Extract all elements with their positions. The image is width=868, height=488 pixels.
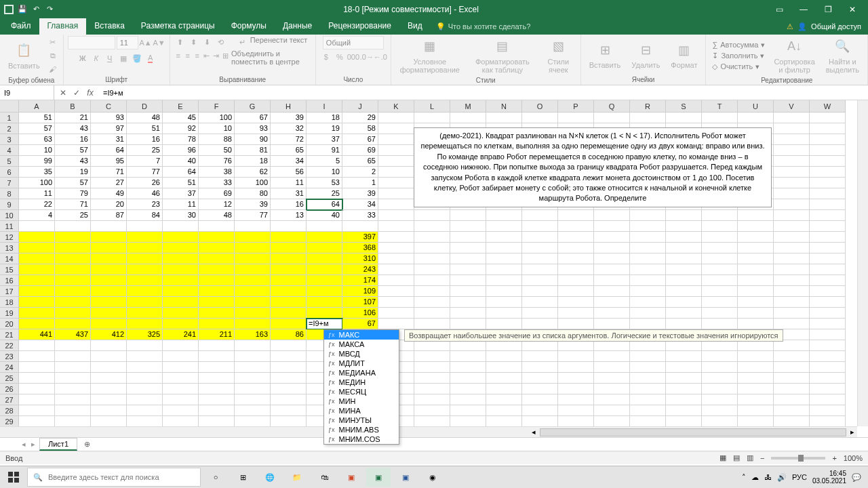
cell-N15[interactable]	[486, 264, 522, 275]
cell-C21[interactable]: 412	[91, 329, 127, 340]
col-header-E[interactable]: E	[163, 100, 199, 113]
cell-W25[interactable]	[810, 373, 846, 384]
cell-Q25[interactable]	[594, 373, 630, 384]
cell-D13[interactable]	[127, 243, 163, 253]
cell-H16[interactable]	[271, 275, 307, 286]
cell-E14[interactable]	[163, 253, 199, 264]
cell-K20[interactable]	[378, 319, 414, 329]
row-header-27[interactable]: 27	[0, 394, 19, 405]
onedrive-icon[interactable]: ☁	[751, 473, 759, 482]
formula-input[interactable]: =I9+м	[99, 89, 868, 97]
autocomplete-item[interactable]: ƒxМИНУТЫ	[324, 415, 399, 425]
cell-C11[interactable]	[91, 221, 127, 232]
cell-W22[interactable]	[810, 340, 846, 351]
cell-V23[interactable]	[774, 351, 810, 362]
cell-V13[interactable]	[774, 243, 810, 253]
cell-C9[interactable]: 20	[91, 199, 127, 210]
cell-E4[interactable]: 96	[163, 145, 199, 156]
cell-T11[interactable]	[702, 221, 738, 232]
cell-D23[interactable]	[127, 351, 163, 362]
cell-J1[interactable]: 29	[342, 113, 378, 123]
row-header-1[interactable]: 1	[0, 113, 19, 123]
cell-U16[interactable]	[738, 275, 774, 286]
cell-C28[interactable]	[91, 405, 127, 416]
cell-I18[interactable]	[307, 297, 342, 308]
cell-P22[interactable]	[558, 340, 594, 351]
autocomplete-item[interactable]: ƒxМВСД	[324, 349, 399, 359]
row-header-10[interactable]: 10	[0, 210, 19, 221]
cell-G28[interactable]	[235, 405, 271, 416]
cell-V14[interactable]	[774, 253, 810, 264]
cell-A16[interactable]	[19, 275, 55, 286]
cell-S16[interactable]	[666, 275, 702, 286]
cell-G16[interactable]	[235, 275, 271, 286]
cell-V9[interactable]	[774, 199, 810, 210]
cell-K13[interactable]	[378, 243, 414, 253]
cell-E12[interactable]	[163, 232, 199, 243]
cell-O20[interactable]	[522, 319, 558, 329]
cell-C24[interactable]	[91, 362, 127, 373]
cell-A3[interactable]: 63	[19, 134, 55, 145]
cell-C27[interactable]	[91, 394, 127, 405]
maximize-button[interactable]: ❐	[816, 3, 840, 16]
cell-G21[interactable]: 163	[235, 329, 271, 340]
cell-O1[interactable]	[522, 113, 558, 123]
cell-N16[interactable]	[486, 275, 522, 286]
cell-A4[interactable]: 10	[19, 145, 55, 156]
cell-P13[interactable]	[558, 243, 594, 253]
cell-G2[interactable]: 93	[235, 123, 271, 134]
cell-M19[interactable]	[450, 308, 486, 319]
cell-M12[interactable]	[450, 232, 486, 243]
cell-D10[interactable]: 84	[127, 210, 163, 221]
row-header-8[interactable]: 8	[0, 188, 19, 199]
cell-I5[interactable]: 5	[307, 156, 342, 167]
cell-V1[interactable]	[774, 113, 810, 123]
currency-icon[interactable]: $	[320, 51, 332, 63]
cell-W5[interactable]	[810, 156, 846, 167]
cell-D14[interactable]	[127, 253, 163, 264]
cell-U13[interactable]	[738, 243, 774, 253]
cell-K9[interactable]	[378, 199, 414, 210]
cell-T10[interactable]	[702, 210, 738, 221]
cell-H6[interactable]: 56	[271, 167, 307, 178]
format-as-table-button[interactable]: ▤Форматировать как таблицу	[467, 36, 538, 75]
cell-E23[interactable]	[163, 351, 199, 362]
cell-D1[interactable]: 48	[127, 113, 163, 123]
tab-review[interactable]: Рецензирование	[320, 18, 399, 35]
cell-W20[interactable]	[810, 319, 846, 329]
cell-T1[interactable]	[702, 113, 738, 123]
redo-icon[interactable]: ↷	[45, 5, 54, 14]
underline-icon[interactable]: Ч	[104, 52, 116, 64]
cell-R19[interactable]	[630, 308, 666, 319]
cell-L12[interactable]	[414, 232, 450, 243]
cell-V12[interactable]	[774, 232, 810, 243]
cell-J10[interactable]: 33	[342, 210, 378, 221]
col-header-Q[interactable]: Q	[594, 100, 630, 113]
row-header-4[interactable]: 4	[0, 145, 19, 156]
cell-Q15[interactable]	[594, 264, 630, 275]
cell-F20[interactable]	[199, 319, 235, 329]
autocomplete-item[interactable]: ƒxМЕСЯЦ	[324, 387, 399, 396]
cell-F14[interactable]	[199, 253, 235, 264]
cell-O25[interactable]	[522, 373, 558, 384]
row-header-26[interactable]: 26	[0, 384, 19, 394]
cell-M18[interactable]	[450, 297, 486, 308]
col-header-T[interactable]: T	[702, 100, 738, 113]
cell-E24[interactable]	[163, 362, 199, 373]
cell-D28[interactable]	[127, 405, 163, 416]
col-header-V[interactable]: V	[774, 100, 810, 113]
cell-D15[interactable]	[127, 264, 163, 275]
cell-W9[interactable]	[810, 199, 846, 210]
cell-G11[interactable]	[235, 221, 271, 232]
taskbar-search[interactable]: 🔍Введите здесь текст для поиска	[27, 468, 201, 487]
cell-V26[interactable]	[774, 384, 810, 394]
cell-L26[interactable]	[414, 384, 450, 394]
cell-E28[interactable]	[163, 405, 199, 416]
decrease-decimal-icon[interactable]: ←.0	[374, 51, 387, 63]
cell-S10[interactable]	[666, 210, 702, 221]
cell-T13[interactable]	[702, 243, 738, 253]
cell-G25[interactable]	[235, 373, 271, 384]
cell-W24[interactable]	[810, 362, 846, 373]
cell-U12[interactable]	[738, 232, 774, 243]
cell-A27[interactable]	[19, 394, 55, 405]
